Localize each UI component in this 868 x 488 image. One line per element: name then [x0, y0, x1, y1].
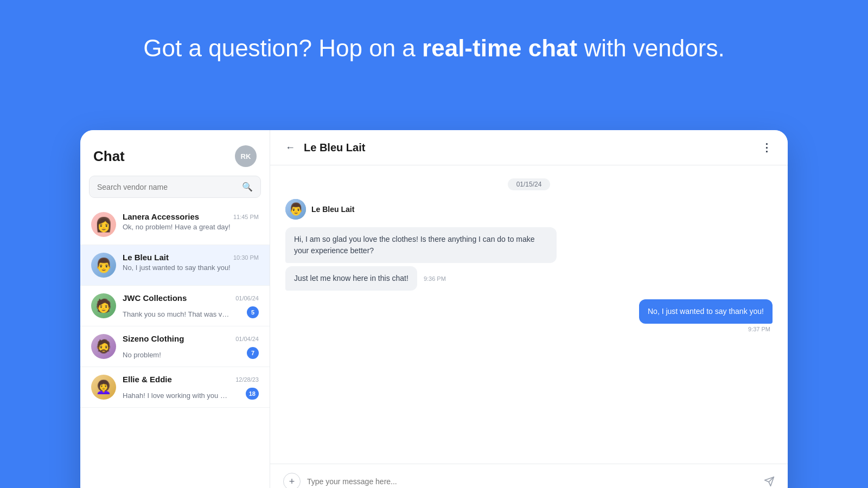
chat-info-ellie: Ellie & Eddie 12/28/23 Hahah! I love wor… — [123, 375, 259, 400]
chat-meta-lanera: 11:45 PM — [233, 214, 259, 220]
badge-jwc: 5 — [247, 306, 259, 318]
chat-name-lanera: Lanera Accessories — [123, 212, 199, 221]
badge-ellie: 18 — [246, 388, 259, 400]
messages-area: 01/15/24 👨 Le Bleu Lait Hi, I am so glad… — [270, 165, 788, 464]
headline-bold: real-time chat — [422, 35, 577, 61]
chat-name-jwc: JWC Collections — [123, 293, 187, 303]
chat-meta-jwc: 01/06/24 — [235, 295, 259, 301]
sidebar-header: Chat RK — [80, 130, 270, 176]
avatar-lanera: 👩 — [91, 212, 116, 237]
chat-item-ellie[interactable]: 👩‍🦱 Ellie & Eddie 12/28/23 Hahah! I love… — [80, 367, 270, 408]
chat-name-ellie: Ellie & Eddie — [123, 375, 172, 384]
headline-suffix: with vendors. — [577, 35, 724, 61]
chat-header: ← Le Bleu Lait ⋮ — [270, 130, 788, 165]
message-input[interactable] — [307, 477, 757, 486]
search-bar: 🔍 — [89, 176, 261, 198]
message-bubble-1: Hi, I am so glad you love the clothes! I… — [285, 227, 557, 263]
message-time-incoming: 9:36 PM — [424, 275, 446, 282]
more-menu-button[interactable]: ⋮ — [761, 141, 773, 154]
chat-time-lanera: 11:45 PM — [233, 214, 259, 220]
attachment-button[interactable]: + — [283, 473, 301, 488]
avatar-sizeno: 🧔 — [91, 334, 116, 359]
chat-preview-lebleu: No, I just wanted to say thank you! — [123, 264, 231, 272]
chat-item-lanera[interactable]: 👩 Lanera Accessories 11:45 PM Ok, no pro… — [80, 204, 270, 245]
chat-info-jwc: JWC Collections 01/06/24 Thank you so mu… — [123, 293, 259, 318]
chat-item-lebleu[interactable]: 👨 Le Bleu Lait 10:30 PM No, I just wante… — [80, 245, 270, 286]
user-avatar[interactable]: RK — [235, 145, 257, 167]
message-group-incoming: 👨 Le Bleu Lait Hi, I am so glad you love… — [285, 199, 773, 291]
chat-time-sizeno: 01/04/24 — [235, 336, 259, 342]
message-time-outgoing: 9:37 PM — [748, 326, 770, 332]
chat-info-lanera: Lanera Accessories 11:45 PM Ok, no probl… — [123, 212, 259, 231]
sidebar-title: Chat — [93, 148, 125, 165]
app-window: Chat RK 🔍 👩 Lanera Accessories 11:45 PM — [80, 130, 788, 488]
chat-item-sizeno[interactable]: 🧔 Sizeno Clothing 01/04/24 No problem! 7 — [80, 326, 270, 367]
headline: Got a question? Hop on a real-time chat … — [0, 0, 868, 85]
bubble-wrap-incoming: Hi, I am so glad you love the clothes! I… — [285, 227, 773, 291]
date-divider: 01/15/24 — [285, 178, 773, 190]
chat-header-vendor-name: Le Bleu Lait — [304, 142, 755, 154]
search-input[interactable] — [97, 183, 239, 191]
send-button[interactable] — [764, 476, 775, 487]
chat-meta-sizeno: 01/04/24 — [235, 336, 259, 342]
message-bubble-outgoing: No, I just wanted to say thank you! — [639, 299, 773, 324]
chat-preview-ellie: Hahah! I love working with you Sasha! — [123, 391, 231, 400]
chat-item-jwc[interactable]: 🧑 JWC Collections 01/06/24 Thank you so … — [80, 286, 270, 326]
message-bubble-2: Just let me know here in this chat! — [285, 266, 417, 291]
chat-name-lebleu: Le Bleu Lait — [123, 253, 169, 262]
send-icon — [764, 476, 775, 487]
message-sender-row: 👨 Le Bleu Lait — [285, 199, 773, 220]
chat-time-ellie: 12/28/23 — [235, 376, 259, 383]
chat-name-sizeno: Sizeno Clothing — [123, 334, 184, 343]
message-input-bar: + — [270, 464, 788, 488]
chat-info-lebleu: Le Bleu Lait 10:30 PM No, I just wanted … — [123, 253, 259, 272]
chat-preview-lanera: Ok, no problem! Have a great day! — [123, 223, 231, 231]
headline-prefix: Got a question? Hop on a — [143, 35, 422, 61]
chat-time-jwc: 01/06/24 — [235, 295, 259, 301]
chat-preview-jwc: Thank you so much! That was very helpful… — [123, 310, 231, 318]
sender-name: Le Bleu Lait — [311, 205, 354, 214]
date-chip: 01/15/24 — [508, 178, 551, 190]
chat-meta-ellie: 12/28/23 — [235, 376, 259, 383]
chat-preview-sizeno: No problem! — [123, 351, 161, 359]
chat-main: ← Le Bleu Lait ⋮ 01/15/24 👨 Le Bleu Lait — [270, 130, 788, 488]
chat-info-sizeno: Sizeno Clothing 01/04/24 No problem! 7 — [123, 334, 259, 359]
badge-sizeno: 7 — [247, 347, 259, 359]
chat-time-lebleu: 10:30 PM — [233, 254, 259, 261]
back-button[interactable]: ← — [285, 142, 295, 153]
search-icon: 🔍 — [242, 182, 253, 192]
avatar-lebleu: 👨 — [91, 253, 116, 278]
chat-meta-lebleu: 10:30 PM — [233, 254, 259, 261]
sender-avatar: 👨 — [285, 199, 306, 220]
chat-list: 👩 Lanera Accessories 11:45 PM Ok, no pro… — [80, 204, 270, 488]
avatar-ellie: 👩‍🦱 — [91, 375, 116, 400]
message-group-outgoing: No, I just wanted to say thank you! 9:37… — [285, 299, 773, 332]
sidebar: Chat RK 🔍 👩 Lanera Accessories 11:45 PM — [80, 130, 270, 488]
avatar-jwc: 🧑 — [91, 293, 116, 318]
